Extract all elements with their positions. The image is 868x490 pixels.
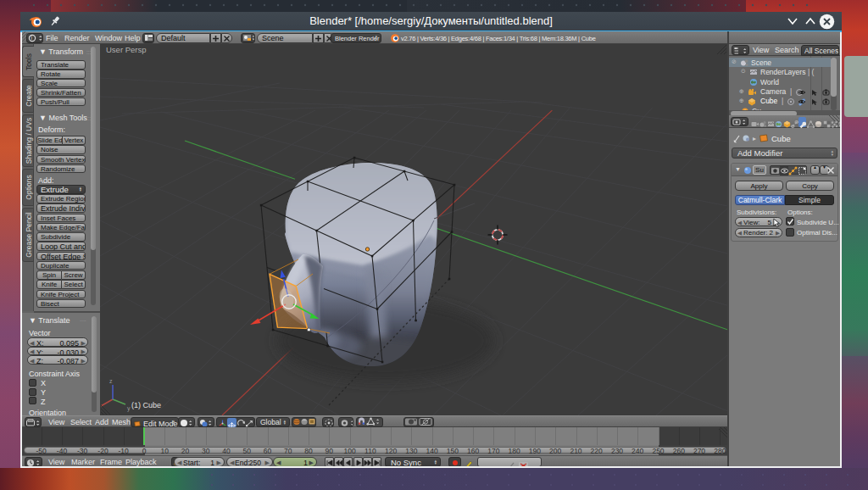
svg-text:▸: ▸: [753, 135, 756, 142]
svg-text:i: i: [31, 35, 32, 41]
svg-text:z: z: [109, 378, 113, 384]
svg-text:(1) Cube: (1) Cube: [131, 401, 161, 409]
svg-text:User Persp: User Persp: [106, 45, 147, 54]
svg-text:Cube: Cube: [771, 134, 791, 143]
svg-text:y: y: [127, 405, 131, 412]
